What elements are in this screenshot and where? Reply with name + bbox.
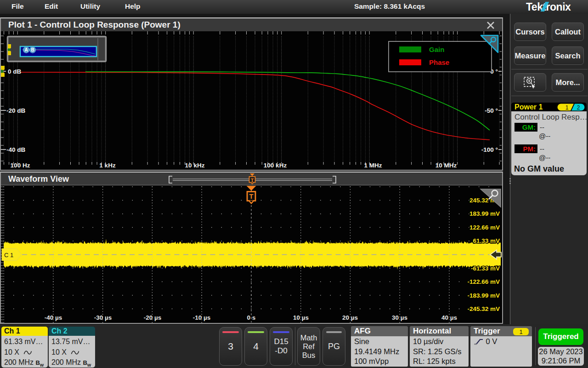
svg-text:30 µs: 30 µs bbox=[392, 314, 407, 321]
svg-text:100 kHz: 100 kHz bbox=[264, 162, 287, 169]
svg-text:2: 2 bbox=[577, 104, 580, 110]
svg-text:1 kHz: 1 kHz bbox=[99, 162, 116, 169]
svg-text:A: A bbox=[24, 47, 28, 52]
svg-text:-61.33 mV: -61.33 mV bbox=[471, 265, 500, 272]
svg-text:-30 µs: -30 µs bbox=[94, 314, 112, 321]
svg-text:-100 °: -100 ° bbox=[481, 146, 498, 153]
svg-text:183.99 mV: 183.99 mV bbox=[469, 210, 500, 217]
svg-text:T: T bbox=[251, 178, 254, 183]
svg-text:-20 dB: -20 dB bbox=[6, 107, 26, 114]
svg-text:61.33 mV: 61.33 mV bbox=[473, 237, 500, 244]
svg-text:Phase: Phase bbox=[429, 58, 449, 66]
svg-text:1: 1 bbox=[565, 104, 569, 110]
svg-text:C 1: C 1 bbox=[4, 252, 13, 259]
svg-text:Gain: Gain bbox=[429, 46, 444, 53]
svg-text:10 MHz: 10 MHz bbox=[435, 162, 457, 169]
svg-text:0 s: 0 s bbox=[247, 314, 256, 321]
svg-text:10 kHz: 10 kHz bbox=[185, 162, 205, 169]
svg-text:1 MHz: 1 MHz bbox=[364, 162, 382, 169]
svg-text:T: T bbox=[249, 193, 254, 200]
svg-text:B: B bbox=[31, 47, 34, 52]
svg-text:20 µs: 20 µs bbox=[342, 314, 358, 321]
svg-text:40 µs: 40 µs bbox=[441, 314, 457, 321]
svg-text:-40 µs: -40 µs bbox=[45, 314, 62, 321]
svg-text:-245.32 mV: -245.32 mV bbox=[467, 305, 500, 312]
svg-text:10 µs: 10 µs bbox=[293, 314, 309, 321]
svg-text:-50 °: -50 ° bbox=[485, 107, 498, 114]
svg-text:-40 dB: -40 dB bbox=[6, 146, 26, 153]
svg-text:0 dB: 0 dB bbox=[8, 68, 22, 75]
svg-text:122.66 mV: 122.66 mV bbox=[469, 224, 500, 231]
svg-text:-10 µs: -10 µs bbox=[193, 314, 211, 321]
svg-text:-183.99 mV: -183.99 mV bbox=[467, 292, 500, 299]
svg-text:-122.66 mV: -122.66 mV bbox=[467, 278, 500, 285]
svg-text:-20 µs: -20 µs bbox=[144, 314, 162, 321]
svg-text:100 Hz: 100 Hz bbox=[11, 162, 30, 169]
